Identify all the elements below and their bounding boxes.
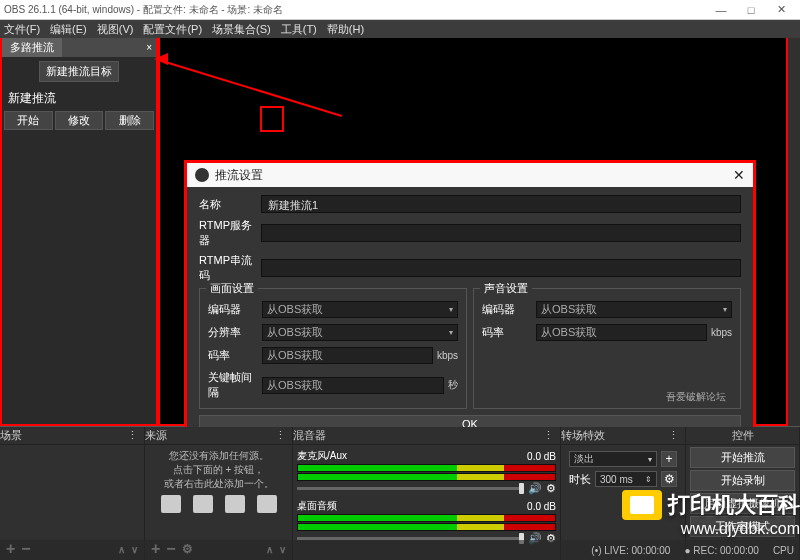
audio-settings-group: 声音设置 编码器 从OBS获取▾ 码率 从OBS获取 kbps bbox=[473, 288, 741, 409]
new-stream-target-button[interactable]: 新建推流目标 bbox=[39, 61, 119, 82]
panel-menu-icon[interactable]: ⋮ bbox=[269, 429, 292, 442]
duration-label: 时长 bbox=[569, 472, 591, 487]
stream-actions: 开始 修改 删除 bbox=[2, 111, 156, 130]
video-bitrate-field[interactable]: 从OBS获取 bbox=[262, 347, 433, 364]
chevron-down-icon: ▾ bbox=[723, 305, 727, 314]
menu-tools[interactable]: 工具(T) bbox=[281, 22, 317, 37]
stream-settings-dialog: 推流设置 ✕ 名称 新建推流1 RTMP服务器 RTMP串流码 bbox=[184, 160, 756, 463]
tab-multistream[interactable]: 多路推流 bbox=[2, 38, 62, 57]
chevron-down-icon: ▾ bbox=[449, 328, 453, 337]
rtmp-key-field[interactable] bbox=[261, 259, 741, 277]
panel-menu-icon[interactable]: ⋮ bbox=[662, 429, 685, 442]
name-field[interactable]: 新建推流1 bbox=[261, 195, 741, 213]
audio-bitrate-field[interactable]: 从OBS获取 bbox=[536, 324, 707, 341]
annotation-arrowhead bbox=[154, 53, 168, 65]
spinner-icon: ⇕ bbox=[645, 475, 652, 484]
channel-db: 0.0 dB bbox=[527, 451, 556, 462]
start-button[interactable]: 开始 bbox=[4, 111, 53, 130]
transition-add-button[interactable]: + bbox=[661, 451, 677, 467]
channel-name: 麦克风/Aux bbox=[297, 449, 347, 463]
minimize-button[interactable]: — bbox=[706, 4, 736, 16]
duration-field[interactable]: 300 ms⇕ bbox=[595, 471, 657, 487]
channel-settings-icon[interactable]: ⚙ bbox=[546, 482, 556, 495]
obs-icon bbox=[195, 168, 209, 182]
dialog-title: 推流设置 bbox=[215, 167, 263, 184]
window-title: OBS 26.1.1 (64-bit, windows) - 配置文件: 未命名… bbox=[4, 3, 706, 17]
cpu-indicator: CPU bbox=[773, 545, 794, 556]
audio-encoder-label: 编码器 bbox=[482, 302, 536, 317]
stream-item-label[interactable]: 新建推流 bbox=[2, 86, 156, 111]
transition-settings-button[interactable]: ⚙ bbox=[661, 471, 677, 487]
video-legend: 画面设置 bbox=[206, 281, 258, 296]
video-encoder-select[interactable]: 从OBS获取▾ bbox=[262, 301, 458, 318]
start-recording-button[interactable]: 开始录制 bbox=[690, 470, 795, 491]
maximize-button[interactable]: □ bbox=[736, 4, 766, 16]
window-titlebar: OBS 26.1.1 (64-bit, windows) - 配置文件: 未命名… bbox=[0, 0, 800, 20]
mixer-channel: 桌面音频0.0 dB 🔊⚙ bbox=[297, 499, 556, 545]
video-bitrate-unit: kbps bbox=[437, 350, 458, 361]
video-bitrate-label: 码率 bbox=[208, 348, 262, 363]
menu-profile[interactable]: 配置文件(P) bbox=[143, 22, 202, 37]
camera-source-icon bbox=[257, 495, 277, 513]
status-bar: (•) LIVE: 00:00:00 ● REC: 00:00:00 CPU bbox=[0, 540, 800, 560]
start-streaming-button[interactable]: 开始推流 bbox=[690, 447, 795, 468]
edit-button[interactable]: 修改 bbox=[55, 111, 104, 130]
scenes-list[interactable] bbox=[0, 445, 144, 538]
dialog-titlebar[interactable]: 推流设置 ✕ bbox=[187, 163, 753, 187]
name-label: 名称 bbox=[199, 197, 261, 212]
volume-slider[interactable] bbox=[297, 487, 524, 490]
image-source-icon bbox=[161, 495, 181, 513]
dialog-body: 名称 新建推流1 RTMP服务器 RTMP串流码 画面设置 编码器 bbox=[187, 187, 753, 437]
globe-source-icon bbox=[225, 495, 245, 513]
new-target-row: 新建推流目标 bbox=[2, 57, 156, 86]
menu-scene-collection[interactable]: 场景集合(S) bbox=[212, 22, 271, 37]
audio-bitrate-unit: kbps bbox=[711, 327, 732, 338]
audio-bitrate-label: 码率 bbox=[482, 325, 536, 340]
video-encoder-label: 编码器 bbox=[208, 302, 262, 317]
channel-db: 0.0 dB bbox=[527, 501, 556, 512]
channel-name: 桌面音频 bbox=[297, 499, 337, 513]
keyframe-field[interactable]: 从OBS获取 bbox=[262, 377, 444, 394]
preview-area[interactable]: 推流设置 ✕ 名称 新建推流1 RTMP服务器 RTMP串流码 bbox=[158, 38, 788, 426]
transitions-header: 转场特效 bbox=[561, 428, 605, 443]
level-meter bbox=[297, 514, 556, 522]
source-type-icons bbox=[149, 495, 288, 513]
delete-button[interactable]: 删除 bbox=[105, 111, 154, 130]
keyframe-unit: 秒 bbox=[448, 378, 458, 392]
dialog-close-button[interactable]: ✕ bbox=[733, 167, 745, 183]
menu-file[interactable]: 文件(F) bbox=[4, 22, 40, 37]
keyframe-label: 关键帧间隔 bbox=[208, 370, 262, 400]
level-meter bbox=[297, 473, 556, 481]
sources-header: 来源 bbox=[145, 428, 167, 443]
transition-select[interactable]: 淡出▾ bbox=[569, 451, 657, 467]
panel-menu-icon[interactable]: ⋮ bbox=[121, 429, 144, 442]
rtmp-server-field[interactable] bbox=[261, 224, 741, 242]
sources-list[interactable]: 您还没有添加任何源。 点击下面的 + 按钮， 或者右击此处添加一个。 bbox=[145, 445, 292, 538]
mixer-channel: 麦克风/Aux0.0 dB 🔊⚙ bbox=[297, 449, 556, 495]
menubar: 文件(F) 编辑(E) 视图(V) 配置文件(P) 场景集合(S) 工具(T) … bbox=[0, 20, 800, 38]
level-meter bbox=[297, 523, 556, 531]
menu-view[interactable]: 视图(V) bbox=[97, 22, 134, 37]
close-button[interactable]: ✕ bbox=[766, 3, 796, 16]
rec-indicator: ● REC: 00:00:00 bbox=[684, 545, 758, 556]
panel-menu-icon[interactable]: ⋮ bbox=[537, 429, 560, 442]
menu-edit[interactable]: 编辑(E) bbox=[50, 22, 87, 37]
live-indicator: (•) LIVE: 00:00:00 bbox=[591, 545, 670, 556]
tab-row: 多路推流 × bbox=[2, 38, 156, 57]
multi-stream-panel: 多路推流 × 新建推流目标 新建推流 开始 修改 删除 bbox=[0, 38, 158, 426]
studio-mode-button[interactable]: 工作室模式 bbox=[690, 516, 795, 537]
resolution-select[interactable]: 从OBS获取▾ bbox=[262, 324, 458, 341]
speaker-icon[interactable]: 🔊 bbox=[528, 482, 542, 495]
workspace: 多路推流 × 新建推流目标 新建推流 开始 修改 删除 推流设置 ✕ 名称 bbox=[0, 38, 800, 426]
controls-header: 控件 bbox=[732, 428, 754, 443]
sources-hint: 您还没有添加任何源。 点击下面的 + 按钮， 或者右击此处添加一个。 bbox=[149, 449, 288, 491]
rtmp-server-label: RTMP服务器 bbox=[199, 218, 261, 248]
tab-close-icon[interactable]: × bbox=[142, 42, 156, 53]
rtmp-key-label: RTMP串流码 bbox=[199, 253, 261, 283]
audio-encoder-select[interactable]: 从OBS获取▾ bbox=[536, 301, 732, 318]
mixer-header: 混音器 bbox=[293, 428, 326, 443]
menu-help[interactable]: 帮助(H) bbox=[327, 22, 364, 37]
annotation-box bbox=[260, 106, 284, 132]
video-settings-group: 画面设置 编码器 从OBS获取▾ 分辨率 从OBS获取▾ 码率 从OBS获取 bbox=[199, 288, 467, 409]
start-virtual-cam-button[interactable]: 启动虚拟摄像机 bbox=[690, 493, 795, 514]
